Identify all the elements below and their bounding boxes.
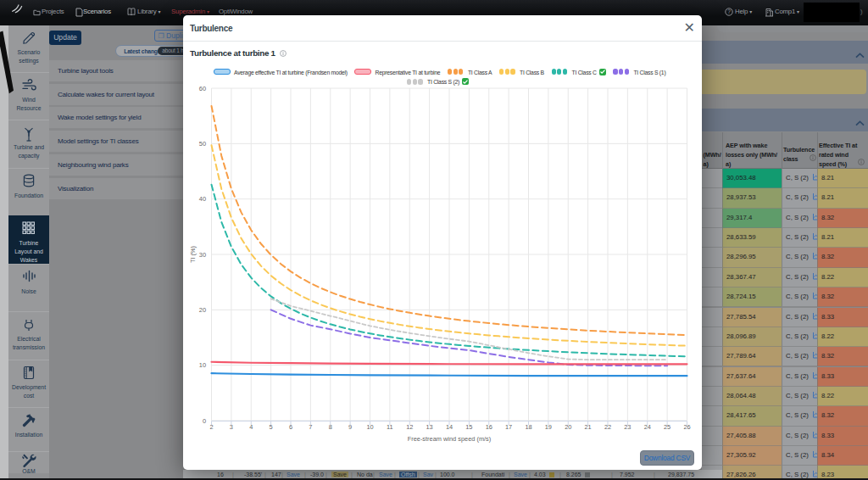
svg-text:11: 11 xyxy=(387,423,393,431)
svg-text:3: 3 xyxy=(230,423,233,431)
svg-text:?: ? xyxy=(727,8,731,14)
svg-text:21: 21 xyxy=(585,423,592,431)
svg-text:18: 18 xyxy=(525,423,531,431)
svg-text:15: 15 xyxy=(465,423,472,431)
svg-text:9: 9 xyxy=(348,423,352,431)
svg-text:23: 23 xyxy=(624,423,631,431)
svg-text:13: 13 xyxy=(426,423,433,431)
svg-text:10: 10 xyxy=(366,423,373,431)
svg-text:5: 5 xyxy=(270,423,273,431)
svg-text:TI (%): TI (%) xyxy=(189,246,197,263)
svg-text:7: 7 xyxy=(309,423,312,431)
svg-text:6: 6 xyxy=(289,423,292,431)
svg-text:12: 12 xyxy=(406,423,413,431)
svg-text:19: 19 xyxy=(545,423,552,431)
svg-text:20: 20 xyxy=(199,306,206,314)
svg-text:2: 2 xyxy=(209,423,213,431)
svg-text:26: 26 xyxy=(683,423,690,431)
svg-text:30: 30 xyxy=(199,251,206,259)
svg-text:Free-stream wind speed (m/s): Free-stream wind speed (m/s) xyxy=(408,435,492,443)
svg-text:50: 50 xyxy=(199,140,206,148)
svg-text:14: 14 xyxy=(446,423,453,431)
svg-text:24: 24 xyxy=(644,423,651,431)
svg-text:22: 22 xyxy=(604,423,611,431)
svg-text:10: 10 xyxy=(199,361,206,369)
svg-text:8: 8 xyxy=(329,423,332,431)
svg-text:4: 4 xyxy=(249,423,253,431)
svg-text:16: 16 xyxy=(486,423,492,431)
svg-text:60: 60 xyxy=(199,85,206,92)
svg-text:40: 40 xyxy=(199,195,206,203)
svg-text:25: 25 xyxy=(664,423,670,431)
svg-text:0: 0 xyxy=(203,417,206,425)
svg-text:17: 17 xyxy=(505,423,512,431)
svg-text:20: 20 xyxy=(565,423,571,431)
